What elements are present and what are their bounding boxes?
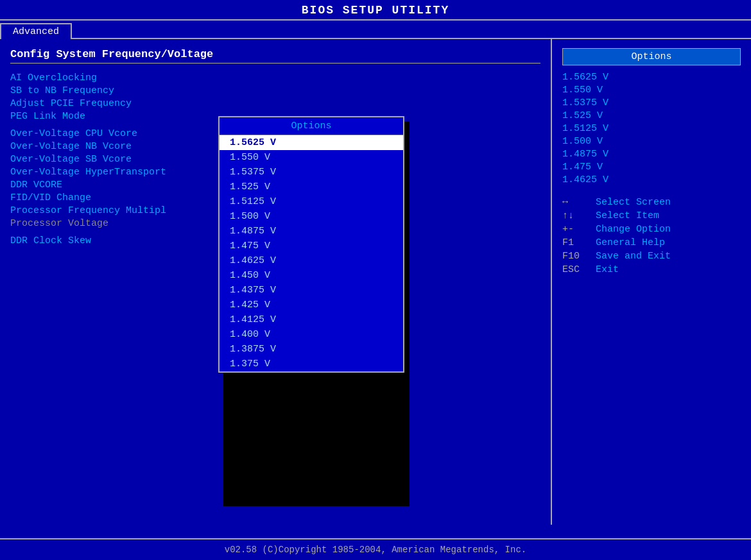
left-panel: Config System Frequency/Voltage AI Overc…: [0, 39, 552, 525]
dropdown-item-10[interactable]: 1.4375 V: [220, 283, 403, 298]
footer: v02.58 (C)Copyright 1985-2004, American …: [0, 538, 751, 560]
keybind-desc-3: General Help: [596, 237, 665, 248]
right-panel: Options 1.5625 V 1.550 V 1.5375 V 1.525 …: [552, 39, 751, 525]
dropdown-item-0[interactable]: 1.5625 V: [220, 135, 403, 150]
dropdown-item-2[interactable]: 1.5375 V: [220, 165, 403, 180]
dropdown-overlay: Options 1.5625 V 1.550 V 1.5375 V 1.525 …: [218, 116, 404, 373]
footer-text: v02.58 (C)Copyright 1985-2004, American …: [225, 545, 526, 555]
tab-advanced[interactable]: Advanced: [0, 23, 72, 39]
options-header: Options: [562, 48, 741, 65]
dropdown-item-1[interactable]: 1.550 V: [220, 150, 403, 165]
option-value-0: 1.5625 V: [562, 72, 741, 83]
dropdown-item-3[interactable]: 1.525 V: [220, 180, 403, 194]
keybind-exit: ESC Exit: [562, 264, 741, 275]
keybind-key-4: F10: [562, 251, 596, 262]
dropdown-item-12[interactable]: 1.4125 V: [220, 312, 403, 327]
section-title: Config System Frequency/Voltage: [10, 48, 540, 64]
tab-bar: Advanced: [0, 21, 751, 39]
keybind-change-option: +- Change Option: [562, 224, 741, 235]
option-value-5: 1.500 V: [562, 136, 741, 147]
dropdown-item-11[interactable]: 1.425 V: [220, 298, 403, 312]
dropdown-title: Options: [220, 117, 403, 135]
option-value-6: 1.4875 V: [562, 149, 741, 160]
keybind-section: ↔ Select Screen ↑↓ Select Item +- Change…: [562, 197, 741, 275]
dropdown-item-7[interactable]: 1.475 V: [220, 239, 403, 253]
keybind-select-item: ↑↓ Select Item: [562, 210, 741, 221]
dropdown-item-14[interactable]: 1.3875 V: [220, 342, 403, 357]
option-value-7: 1.475 V: [562, 162, 741, 173]
dropdown-item-8[interactable]: 1.4625 V: [220, 253, 403, 268]
dropdown-item-9[interactable]: 1.450 V: [220, 268, 403, 283]
keybind-key-0: ↔: [562, 197, 596, 208]
keybind-select-screen: ↔ Select Screen: [562, 197, 741, 208]
option-value-8: 1.4625 V: [562, 174, 741, 185]
keybind-save-exit: F10 Save and Exit: [562, 251, 741, 262]
menu-item-ai-overclocking[interactable]: AI Overclocking: [10, 72, 540, 83]
keybind-desc-0: Select Screen: [596, 197, 671, 208]
keybind-general-help: F1 General Help: [562, 237, 741, 248]
keybind-key-1: ↑↓: [562, 210, 596, 221]
dropdown-item-6[interactable]: 1.4875 V: [220, 224, 403, 239]
keybind-desc-5: Exit: [596, 264, 619, 275]
dropdown-box[interactable]: Options 1.5625 V 1.550 V 1.5375 V 1.525 …: [218, 116, 404, 373]
title-bar: BIOS SETUP UTILITY: [0, 0, 751, 21]
main-content: Config System Frequency/Voltage AI Overc…: [0, 39, 751, 525]
keybind-desc-1: Select Item: [596, 210, 659, 221]
dropdown-item-4[interactable]: 1.5125 V: [220, 194, 403, 209]
option-value-1: 1.550 V: [562, 85, 741, 96]
keybind-desc-2: Change Option: [596, 224, 671, 235]
menu-item-sb-nb[interactable]: SB to NB Frequency: [10, 85, 540, 96]
menu-item-pcie-freq[interactable]: Adjust PCIE Frequency: [10, 98, 540, 109]
dropdown-item-13[interactable]: 1.400 V: [220, 327, 403, 342]
option-value-3: 1.525 V: [562, 110, 741, 121]
keybind-key-5: ESC: [562, 264, 596, 275]
keybind-key-2: +-: [562, 224, 596, 235]
title-text: BIOS SETUP UTILITY: [302, 4, 449, 17]
option-value-4: 1.5125 V: [562, 123, 741, 134]
option-value-2: 1.5375 V: [562, 98, 741, 108]
keybind-key-3: F1: [562, 237, 596, 248]
dropdown-item-15[interactable]: 1.375 V: [220, 357, 403, 371]
keybind-desc-4: Save and Exit: [596, 251, 671, 262]
dropdown-item-5[interactable]: 1.500 V: [220, 209, 403, 224]
